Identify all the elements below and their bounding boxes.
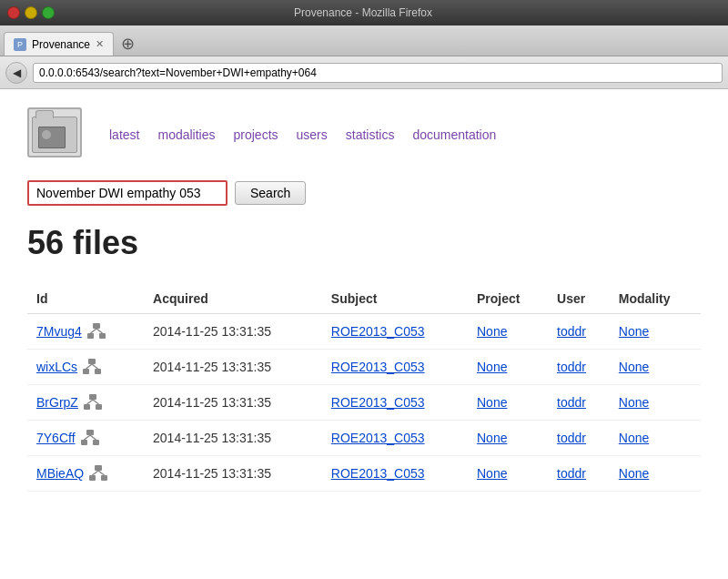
active-tab[interactable]: P Provenance ✕	[4, 32, 114, 56]
cell-project: None	[468, 350, 548, 385]
cell-id: BrGrpZ	[27, 385, 144, 421]
address-input[interactable]	[33, 63, 723, 83]
close-button[interactable]	[7, 6, 20, 19]
cell-modality: None	[610, 385, 701, 421]
id-link[interactable]: wixLCs	[36, 360, 77, 374]
svg-line-14	[93, 400, 99, 404]
subject-link[interactable]: ROE2013_C053	[331, 324, 425, 339]
subject-link[interactable]: ROE2013_C053	[331, 431, 425, 445]
project-link[interactable]: None	[477, 360, 507, 374]
cell-acquired: 2014-11-25 13:31:35	[144, 350, 322, 385]
cell-id: 7Mvug4	[27, 314, 144, 350]
svg-line-13	[86, 400, 93, 404]
nav-statistics[interactable]: statistics	[346, 127, 395, 142]
col-project: Project	[468, 284, 548, 314]
cell-acquired: 2014-11-25 13:31:35	[144, 314, 322, 350]
svg-rect-7	[95, 369, 101, 374]
svg-rect-16	[81, 440, 87, 445]
svg-line-19	[90, 435, 96, 440]
cell-id: 7Y6Cff	[27, 421, 144, 456]
col-acquired: Acquired	[144, 284, 322, 314]
cell-acquired: 2014-11-25 13:31:35	[144, 456, 322, 492]
svg-rect-0	[93, 323, 100, 329]
window-controls	[7, 6, 55, 19]
project-link[interactable]: None	[477, 466, 507, 481]
search-input[interactable]	[27, 180, 228, 206]
cell-user: toddr	[548, 350, 610, 385]
subject-link[interactable]: ROE2013_C053	[331, 360, 425, 374]
svg-line-4	[96, 329, 103, 333]
subject-link[interactable]: ROE2013_C053	[331, 466, 425, 481]
cell-project: None	[468, 314, 548, 350]
modality-link[interactable]: None	[619, 360, 649, 374]
tab-favicon: P	[14, 38, 26, 51]
svg-rect-12	[96, 404, 102, 410]
user-link[interactable]: toddr	[557, 360, 586, 374]
table-row: 7Y6Cff 2014-11-25 13:31:35 ROE2013_C053 …	[27, 421, 701, 456]
search-button[interactable]: Search	[235, 181, 306, 205]
subject-link[interactable]: ROE2013_C053	[331, 395, 425, 410]
cell-user: toddr	[548, 314, 610, 350]
nav-modalities[interactable]: modalities	[157, 127, 215, 142]
table-row: wixLCs 2014-11-25 13:31:35 ROE2013_C053 …	[27, 350, 701, 385]
col-id: Id	[27, 284, 144, 314]
id-link[interactable]: 7Mvug4	[36, 324, 82, 339]
title-bar: Provenance - Mozilla Firefox	[0, 0, 728, 25]
table-row: BrGrpZ 2014-11-25 13:31:35 ROE2013_C053 …	[27, 385, 701, 421]
table-header: Id Acquired Subject Project User Modalit…	[27, 284, 701, 314]
modality-link[interactable]: None	[619, 431, 649, 445]
minimize-button[interactable]	[25, 6, 37, 19]
project-link[interactable]: None	[477, 395, 507, 410]
network-icon	[87, 323, 106, 340]
svg-line-9	[92, 364, 98, 369]
svg-rect-15	[86, 430, 94, 435]
modality-link[interactable]: None	[619, 466, 649, 481]
results-table: Id Acquired Subject Project User Modalit…	[27, 284, 701, 492]
modality-link[interactable]: None	[619, 324, 649, 339]
col-subject: Subject	[322, 284, 468, 314]
project-link[interactable]: None	[477, 431, 507, 445]
user-link[interactable]: toddr	[557, 324, 586, 339]
cell-project: None	[468, 421, 548, 456]
svg-line-23	[93, 471, 99, 475]
address-bar: ◀	[0, 56, 728, 89]
cell-user: toddr	[548, 385, 610, 421]
table-row: MBieAQ 2014-11-25 13:31:35 ROE2013_C053 …	[27, 456, 701, 492]
cell-id: MBieAQ	[27, 456, 144, 492]
nav-documentation[interactable]: documentation	[412, 127, 496, 142]
nav-latest[interactable]: latest	[109, 127, 139, 142]
maximize-button[interactable]	[42, 6, 55, 19]
cell-subject: ROE2013_C053	[322, 456, 468, 492]
logo	[27, 107, 91, 162]
tab-close-icon[interactable]: ✕	[96, 38, 104, 50]
cell-subject: ROE2013_C053	[322, 350, 468, 385]
cell-project: None	[468, 456, 548, 492]
svg-rect-21	[89, 475, 96, 481]
id-link[interactable]: MBieAQ	[36, 466, 84, 481]
new-tab-button[interactable]: ⊕	[117, 34, 138, 54]
results-tbody: 7Mvug4 2014-11-25 13:31:35 ROE2013_C053 …	[27, 314, 701, 492]
user-link[interactable]: toddr	[557, 395, 586, 410]
svg-line-3	[90, 329, 96, 333]
user-link[interactable]: toddr	[557, 431, 586, 445]
user-link[interactable]: toddr	[557, 466, 586, 481]
svg-rect-10	[89, 394, 96, 400]
cell-user: toddr	[548, 421, 610, 456]
modality-link[interactable]: None	[619, 395, 649, 410]
nav-projects[interactable]: projects	[234, 127, 278, 142]
svg-rect-5	[88, 359, 96, 364]
cell-user: toddr	[548, 456, 610, 492]
id-link[interactable]: 7Y6Cff	[36, 431, 76, 445]
cell-subject: ROE2013_C053	[322, 385, 468, 421]
cell-acquired: 2014-11-25 13:31:35	[144, 421, 322, 456]
tab-bar: P Provenance ✕ ⊕	[0, 25, 728, 56]
cell-subject: ROE2013_C053	[322, 421, 468, 456]
nav-users[interactable]: users	[297, 127, 328, 142]
svg-rect-17	[93, 440, 99, 445]
back-button[interactable]: ◀	[5, 62, 27, 84]
project-link[interactable]: None	[477, 324, 507, 339]
svg-rect-22	[101, 475, 107, 481]
cell-modality: None	[610, 456, 701, 492]
svg-line-8	[86, 364, 93, 369]
id-link[interactable]: BrGrpZ	[36, 395, 78, 410]
